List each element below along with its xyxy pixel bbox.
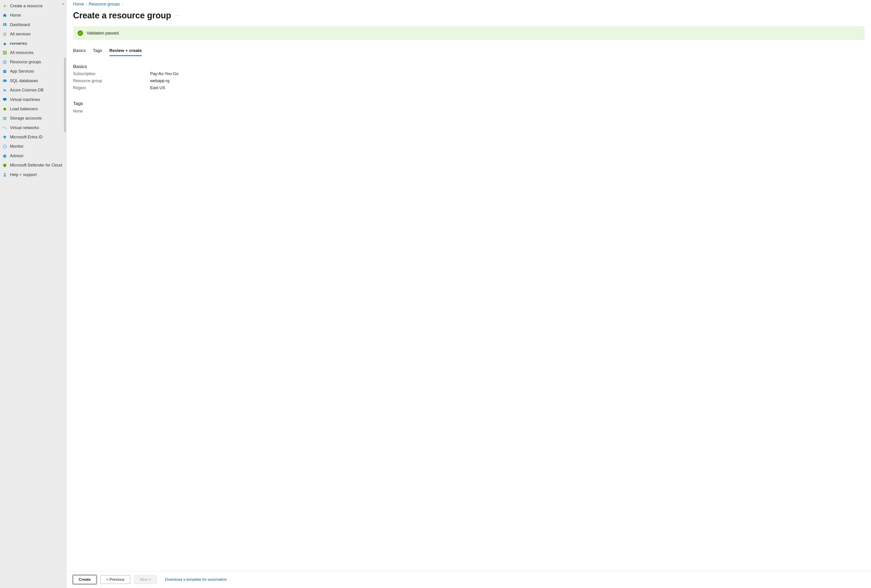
sidebar-item-storage-accounts[interactable]: Storage accounts <box>0 114 66 123</box>
sidebar-item-dashboard[interactable]: Dashboard <box>0 20 66 30</box>
diamond-icon <box>2 107 7 112</box>
review-row-key: Subscription <box>73 72 150 76</box>
sidebar-item-load-balancers[interactable]: Load balancers <box>0 104 66 114</box>
sidebar-item-label: Azure Cosmos DB <box>10 88 64 93</box>
svg-point-3 <box>3 34 3 34</box>
chevron-right-icon: › <box>86 2 87 6</box>
sidebar-item-help-support[interactable]: Help + support <box>0 170 66 180</box>
download-template-link[interactable]: Download a template for automation <box>165 578 227 582</box>
tab-basics[interactable]: Basics <box>73 47 86 56</box>
sidebar-item-label: Resource groups <box>10 60 64 65</box>
sidebar-item-azure-cosmos-db[interactable]: Azure Cosmos DB <box>0 85 66 95</box>
globe-icon <box>2 69 7 74</box>
svg-point-28 <box>5 155 6 156</box>
svg-text:SQL: SQL <box>3 80 6 82</box>
sidebar: « Create a resourceHomeDashboardAll serv… <box>0 0 67 588</box>
svg-rect-10 <box>6 52 7 53</box>
sidebar-item-label: Help + support <box>10 172 64 177</box>
sidebar-item-virtual-networks[interactable]: Virtual networks <box>0 123 66 133</box>
sidebar-item-microsoft-defender-for-cloud[interactable]: Microsoft Defender for Cloud <box>0 161 66 170</box>
previous-button[interactable]: < Previous <box>100 575 130 584</box>
review-row-key: Region <box>73 85 150 90</box>
vnet-icon <box>2 125 7 130</box>
grid-icon <box>2 50 7 55</box>
plus-icon <box>2 4 7 9</box>
sidebar-item-resource-groups[interactable]: Resource groups <box>0 57 66 67</box>
support-icon <box>2 172 7 177</box>
sidebar-item-label: Load balancers <box>10 106 64 112</box>
gauge-icon <box>2 144 7 149</box>
svg-rect-21 <box>4 100 6 101</box>
sidebar-item-label: Virtual networks <box>10 125 64 130</box>
breadcrumb-resource-groups[interactable]: Resource groups <box>89 2 120 7</box>
breadcrumb: Home › Resource groups › <box>73 2 865 7</box>
home-icon <box>2 13 7 18</box>
sidebar-item-all-services[interactable]: All services <box>0 30 66 39</box>
main-content: Home › Resource groups › Create a resour… <box>67 0 871 588</box>
svg-rect-24 <box>3 119 7 120</box>
storage-icon <box>2 116 7 121</box>
tab-review-create[interactable]: Review + create <box>109 47 142 56</box>
svg-point-27 <box>3 154 7 158</box>
tags-section-title: Tags <box>73 101 865 106</box>
shield-icon <box>2 163 7 168</box>
sidebar-item-label: All services <box>10 31 64 37</box>
sidebar-item-label: Dashboard <box>10 22 64 27</box>
sidebar-item-label: Monitor <box>10 144 64 149</box>
svg-rect-13 <box>6 54 7 54</box>
sql-icon: SQL <box>2 78 7 83</box>
sidebar-item-sql-databases[interactable]: SQLSQL databases <box>0 76 66 85</box>
dashboard-icon <box>2 22 7 27</box>
sidebar-item-advisor[interactable]: Advisor <box>0 151 66 161</box>
create-button[interactable]: Create <box>73 575 96 584</box>
sidebar-item-label: Microsoft Defender for Cloud <box>10 163 64 168</box>
basics-section-title: Basics <box>73 64 865 69</box>
review-row-value: East US <box>150 85 165 90</box>
review-row-value: Pay-As-You-Go <box>150 72 178 76</box>
svg-rect-9 <box>4 52 5 53</box>
monitor-icon <box>2 97 7 102</box>
sidebar-item-label: All resources <box>10 50 64 55</box>
svg-rect-11 <box>3 54 4 54</box>
tab-tags[interactable]: Tags <box>93 47 102 56</box>
svg-rect-5 <box>3 51 4 52</box>
sidebar-item-label: SQL databases <box>10 78 64 84</box>
sidebar-item-microsoft-entra-id[interactable]: Microsoft Entra ID <box>0 133 66 142</box>
sidebar-item-app-services[interactable]: App Services <box>0 67 66 76</box>
cube-outline-icon <box>2 60 7 65</box>
validation-banner: Validation passed. <box>73 26 865 40</box>
more-actions-button[interactable]: ··· <box>175 13 180 18</box>
review-row: SubscriptionPay-As-You-Go <box>73 72 865 76</box>
svg-rect-20 <box>3 98 7 100</box>
sidebar-item-all-resources[interactable]: All resources <box>0 48 66 57</box>
cosmos-icon <box>2 88 7 93</box>
sidebar-item-label: Advisor <box>10 153 64 159</box>
sidebar-item-label: Create a resource <box>10 3 64 9</box>
chevron-right-icon: › <box>121 2 123 6</box>
sidebar-item-virtual-machines[interactable]: Virtual machines <box>0 95 66 104</box>
sidebar-item-home[interactable]: Home <box>0 10 66 20</box>
svg-rect-12 <box>4 54 5 54</box>
sidebar-item-label: Virtual machines <box>10 97 64 102</box>
svg-rect-8 <box>3 52 4 53</box>
review-row: RegionEast US <box>73 85 865 90</box>
validation-message: Validation passed. <box>87 31 120 36</box>
sidebar-item-label: App Services <box>10 69 64 74</box>
page-title: Create a resource group <box>73 10 171 20</box>
tags-value: None <box>73 109 865 114</box>
check-circle-icon <box>78 30 83 36</box>
svg-point-29 <box>4 173 6 175</box>
advisor-icon <box>2 154 7 159</box>
svg-rect-23 <box>3 118 7 119</box>
tabs: BasicsTagsReview + create <box>73 47 865 56</box>
sidebar-item-label: Microsoft Entra ID <box>10 135 64 140</box>
sidebar-item-label: Home <box>10 13 64 18</box>
sidebar-item-monitor[interactable]: Monitor <box>0 142 66 151</box>
review-row-value: webapp-rg <box>150 78 169 83</box>
breadcrumb-home[interactable]: Home <box>73 2 84 7</box>
sidebar-scrollbar-thumb[interactable] <box>64 57 66 132</box>
svg-point-4 <box>3 35 3 36</box>
sidebar-item-create-a-resource[interactable]: Create a resource <box>0 1 66 10</box>
collapse-sidebar-button[interactable]: « <box>62 2 64 6</box>
sidebar-item-label: Storage accounts <box>10 116 64 121</box>
